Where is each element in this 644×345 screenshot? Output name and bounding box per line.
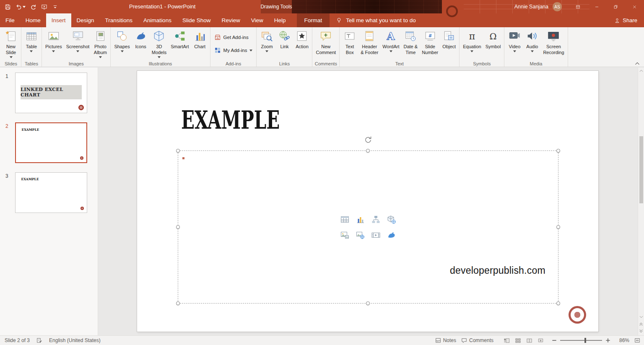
ribbon-button-symbol[interactable]: ΩSymbol — [483, 28, 503, 49]
resize-handle-sw[interactable] — [176, 301, 180, 305]
ribbon-button-get-add-ins[interactable]: Get Add-ins — [212, 33, 251, 42]
ribbon-button-audio[interactable]: Audio — [523, 28, 541, 53]
next-slide-button[interactable] — [639, 327, 643, 335]
zoom-slider[interactable] — [560, 340, 602, 341]
slide-canvas[interactable]: EXAMPLE developerpublish.com — [98, 67, 638, 335]
tab-format[interactable]: Format — [297, 13, 330, 27]
tab-home[interactable]: Home — [20, 13, 46, 27]
rotate-handle[interactable] — [364, 136, 372, 144]
insert-icons-icon[interactable] — [387, 230, 397, 240]
slide-2-thumbnail[interactable]: EXAMPLE — [15, 122, 87, 163]
slide-sorter-view-button[interactable] — [512, 336, 524, 345]
resize-handle-w[interactable] — [176, 225, 180, 229]
zoom-percentage[interactable]: 86% — [616, 337, 629, 343]
resize-handle-e[interactable] — [556, 225, 560, 229]
button-label: Icons — [135, 44, 146, 49]
qat-redo-button[interactable] — [28, 1, 39, 12]
zoom-slider-thumb[interactable] — [584, 338, 586, 343]
ribbon-button-chart[interactable]: Chart — [191, 28, 209, 49]
previous-slide-button[interactable] — [639, 320, 643, 327]
qat-save-button[interactable] — [3, 1, 13, 12]
qat-start-slideshow-button[interactable] — [39, 1, 49, 12]
share-button[interactable]: Share — [608, 13, 644, 27]
ribbon-button-new-slide[interactable]: NewSlide — [2, 28, 20, 59]
vertical-scrollbar[interactable] — [638, 67, 644, 335]
insert-smartart-icon[interactable] — [371, 215, 381, 225]
comments-button[interactable]: Comments — [461, 337, 493, 343]
ribbon-button-object[interactable]: Object — [440, 28, 458, 49]
ribbon-button-link[interactable]: Link — [275, 28, 293, 49]
notes-button[interactable]: Notes — [435, 337, 456, 343]
resize-handle-n[interactable] — [366, 149, 370, 153]
qat-undo-button[interactable] — [13, 1, 28, 12]
ribbon-button-3d-models[interactable]: 3DModels — [150, 28, 169, 59]
ribbon-button-screenshot[interactable]: Screenshot — [64, 28, 92, 53]
ribbon-display-options-button[interactable] — [569, 0, 587, 13]
slideshow-view-button[interactable] — [535, 336, 546, 345]
minimize-button[interactable] — [587, 0, 606, 13]
ribbon-button-smartart[interactable]: SmartArt — [169, 28, 191, 49]
insert-chart-icon[interactable] — [356, 215, 366, 225]
resize-handle-s[interactable] — [366, 301, 370, 305]
resize-handle-nw[interactable] — [176, 149, 180, 153]
language-indicator[interactable]: English (United States) — [49, 337, 101, 343]
insert-table-icon[interactable] — [340, 215, 350, 225]
tab-animations[interactable]: Animations — [138, 13, 177, 27]
restore-button[interactable] — [606, 0, 625, 13]
close-button[interactable] — [625, 0, 644, 13]
ribbon-button-pictures[interactable]: Pictures — [43, 28, 64, 53]
ribbon-button-screen-recording[interactable]: ScreenRecording — [541, 28, 566, 55]
content-placeholder[interactable]: developerpublish.com — [178, 150, 558, 303]
zoom-in-button[interactable] — [605, 337, 611, 343]
ribbon-button-action[interactable]: Action — [293, 28, 311, 49]
collapse-ribbon-button[interactable] — [635, 62, 640, 65]
zoom-out-button[interactable] — [551, 337, 557, 343]
ribbon-button-table[interactable]: Table — [23, 28, 40, 53]
slide-3-thumbnail[interactable]: EXAMPLE — [15, 172, 87, 213]
tab-help[interactable]: Help — [269, 13, 291, 27]
ribbon-button-zoom[interactable]: Zoom — [258, 28, 275, 53]
tab-view[interactable]: View — [246, 13, 269, 27]
user-avatar[interactable]: AS — [553, 2, 562, 11]
fit-slide-to-window-button[interactable] — [634, 337, 640, 343]
ribbon-button-shapes[interactable]: Shapes — [112, 28, 132, 53]
tab-design[interactable]: Design — [71, 13, 100, 27]
ribbon-button-photo-album[interactable]: PhotoAlbum — [91, 28, 109, 59]
slide-1-thumbnail[interactable]: LINKED EXCEL CHART — [15, 73, 87, 113]
ribbon-button-equation[interactable]: πEquation — [461, 28, 483, 53]
ribbon-button-icons[interactable]: Icons — [132, 28, 150, 49]
insert-3d-model-icon[interactable] — [387, 215, 397, 225]
scrollbar-thumb[interactable] — [639, 136, 643, 203]
proofing-icon[interactable] — [36, 337, 42, 343]
user-name[interactable]: Annie Sanjana — [514, 4, 548, 10]
slide-title-text[interactable]: EXAMPLE — [181, 105, 280, 135]
normal-view-button[interactable] — [501, 336, 512, 345]
ribbon-group-media: VideoAudioScreenRecordingMedia — [504, 27, 568, 67]
ribbon-button-slide-number[interactable]: #SlideNumber — [420, 28, 440, 55]
ribbon-button-text-box[interactable]: TextBox — [341, 28, 358, 55]
tab-transitions[interactable]: Transitions — [100, 13, 138, 27]
watermark-text[interactable]: developerpublish.com — [450, 265, 545, 276]
ribbon-button-date-time[interactable]: Date &Time — [402, 28, 420, 55]
tab-slide-show[interactable]: Slide Show — [177, 13, 216, 27]
resize-handle-se[interactable] — [556, 301, 560, 305]
ribbon-button-new-comment[interactable]: NewComment — [314, 28, 338, 55]
ribbon-button-my-add-ins[interactable]: My Add-ins — [212, 46, 255, 55]
ribbon-button-wordart[interactable]: AWordArt — [380, 28, 401, 53]
reading-view-button[interactable] — [524, 336, 535, 345]
scroll-up-button[interactable] — [638, 67, 644, 74]
insert-video-icon[interactable] — [371, 230, 381, 240]
qat-customize-quick-access-button[interactable] — [50, 1, 60, 12]
insert-online-picture-icon[interactable] — [356, 230, 366, 240]
ribbon-button-video[interactable]: Video — [506, 28, 523, 53]
insert-picture-icon[interactable] — [340, 230, 350, 240]
slide-editor[interactable]: EXAMPLE developerpublish.com — [137, 71, 598, 332]
tab-insert[interactable]: Insert — [46, 13, 71, 27]
tell-me-box[interactable]: Tell me what you want to do — [336, 13, 416, 27]
tab-file[interactable]: File — [0, 13, 20, 27]
dropdown-caret-icon — [265, 50, 268, 52]
tab-review[interactable]: Review — [216, 13, 245, 27]
ribbon-button-header-footer[interactable]: Header& Footer — [358, 28, 380, 55]
scroll-down-button[interactable] — [639, 313, 643, 320]
resize-handle-ne[interactable] — [556, 149, 560, 153]
